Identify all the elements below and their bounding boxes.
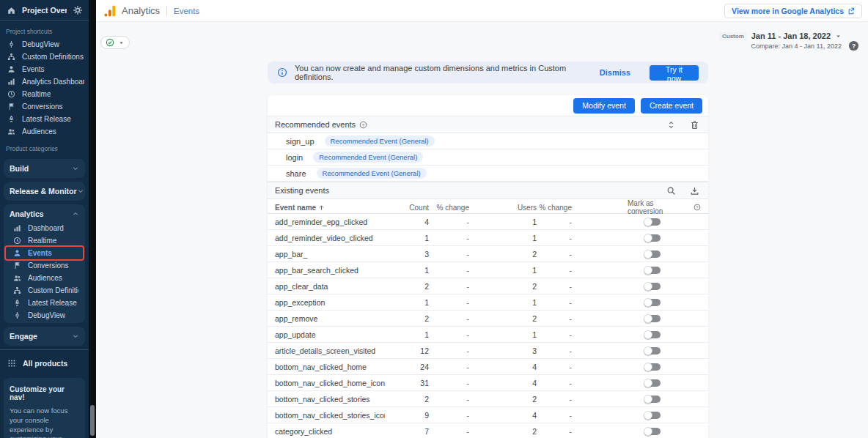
recommended-event-name[interactable]: login [286,153,303,162]
events-icon [7,65,15,73]
engage-section-header[interactable]: Engage [4,328,85,344]
count-cell: 1 [385,266,429,275]
dismiss-button[interactable]: Dismiss [600,68,630,77]
mark-as-conversion-toggle[interactable] [644,411,661,420]
mark-as-conversion-toggle[interactable] [644,266,661,275]
sidebar-analytics-item[interactable]: Dashboard [6,222,83,234]
conversions-icon [13,261,21,270]
column-users[interactable]: Users [469,204,537,212]
sidebar-analytics-item[interactable]: Conversions [6,259,83,272]
mark-as-conversion-toggle[interactable] [644,314,661,323]
check-circle-icon [106,38,114,47]
create-event-button[interactable]: Create event [641,98,702,114]
column-event-name[interactable]: Event name [275,204,385,212]
recommended-event-row: sign_up Recommended Event (General) [268,133,708,149]
column-count[interactable]: Count [385,204,429,212]
recommended-event-badge: Recommended Event (General) [313,152,423,163]
trash-icon[interactable] [690,120,699,130]
column-users-change[interactable]: % change [537,204,572,212]
sidebar-shortcut-item[interactable]: DebugView [0,38,89,51]
event-name-cell[interactable]: bottom_nav_clicked_home_icon [275,379,385,387]
sidebar-shortcut-item[interactable]: Analytics Dashboard [0,75,89,88]
event-name-cell[interactable]: app_update [275,330,385,339]
filter-chip[interactable] [100,36,130,49]
mark-as-conversion-toggle[interactable] [644,250,661,259]
mark-as-conversion-toggle[interactable] [644,363,661,371]
event-name-cell[interactable]: bottom_nav_clicked_home [275,363,385,371]
build-section-header[interactable]: Build [4,160,85,177]
project-overview-link[interactable]: Project Overview [22,6,67,15]
change-cell: - [429,314,469,323]
sidebar-shortcut-item[interactable]: Custom Definitions [0,51,89,63]
event-name-cell[interactable]: app_clear_data [275,282,385,291]
breadcrumb-divider [166,6,167,16]
mark-as-conversion-toggle[interactable] [644,395,661,404]
table-row: article_details_screen_visited 12 - 3 - [268,343,708,359]
sidebar-analytics-item[interactable]: Latest Release [6,297,83,309]
gear-icon[interactable] [73,5,83,15]
event-name-cell[interactable]: add_reminder_epg_clicked [275,218,385,226]
sidebar-shortcut-item[interactable]: Latest Release [0,113,89,125]
mark-as-conversion-toggle[interactable] [644,282,661,291]
event-name-cell[interactable]: app_exception [275,298,385,307]
try-it-now-button[interactable]: Try it now [650,65,699,81]
custom-definitions-icon [7,53,15,61]
mark-as-conversion-toggle[interactable] [644,298,661,307]
sidebar-shortcut-item[interactable]: Events [0,63,89,75]
mark-as-conversion-toggle[interactable] [644,218,661,226]
project-overview-row[interactable]: Project Overview [0,0,89,20]
users-change-cell: - [537,427,572,436]
sidebar-analytics-item[interactable]: Realtime [6,234,83,247]
event-name-cell[interactable]: add_reminder_video_clicked [275,234,385,242]
sidebar-analytics-item[interactable]: DebugView [6,309,83,322]
analytics-dashboard-icon [7,78,15,86]
events-card: Modify event Create event Recommended ev… [268,95,708,438]
search-icon[interactable] [666,186,676,196]
mark-as-conversion-toggle[interactable] [644,427,661,436]
sidebar-shortcut-item[interactable]: Audiences [0,125,89,138]
customize-nav-card: Customize your nav! You can now focus yo… [4,378,85,438]
recommended-event-name[interactable]: share [286,169,306,178]
event-name-cell[interactable]: bottom_nav_clicked_stories_icon [275,411,385,420]
all-products-grid-icon [7,359,16,368]
event-name-cell[interactable]: article_details_screen_visited [275,346,385,355]
chevron-down-icon [72,165,79,172]
event-name-cell[interactable]: app_bar_ [275,250,385,259]
users-cell: 2 [469,314,537,323]
analytics-section-header[interactable]: Analytics [4,206,85,222]
event-name-cell[interactable]: category_clicked [275,427,385,436]
sidebar-scrollbar-thumb[interactable] [90,405,95,436]
count-cell: 2 [385,314,429,323]
modify-event-button[interactable]: Modify event [573,98,635,114]
all-products-link[interactable]: All products [0,356,89,371]
event-name-cell[interactable]: app_remove [275,314,385,323]
question-circle-icon[interactable]: ? [359,121,367,129]
mark-as-conversion-toggle[interactable] [644,379,661,387]
sidebar-shortcut-item[interactable]: Conversions [0,100,89,113]
event-name-cell[interactable]: app_bar_search_clicked [275,266,385,275]
sidebar-scrollbar[interactable] [89,0,96,438]
sort-icon[interactable] [666,120,676,130]
mark-as-conversion-toggle[interactable] [644,346,661,355]
mark-as-conversion-toggle[interactable] [644,234,661,242]
date-range-text: Jan 11 - Jan 18, 2022 [751,31,831,40]
event-name-cell[interactable]: bottom_nav_clicked_stories [275,395,385,404]
recommended-event-name[interactable]: sign_up [286,137,315,146]
events-icon [13,249,21,257]
sidebar-analytics-item[interactable]: Events [6,247,83,259]
column-change[interactable]: % change [429,204,469,212]
question-circle-icon[interactable]: ? [694,204,701,211]
sidebar-analytics-item[interactable]: Custom Definitions [6,284,83,297]
mark-as-conversion-toggle[interactable] [644,330,661,339]
table-row: app_exception 1 - 1 - [268,294,708,311]
sidebar-shortcut-item[interactable]: Realtime [0,88,89,100]
help-icon[interactable]: ? [848,40,859,51]
chevron-down-icon [77,188,84,195]
page-title[interactable]: Events [174,7,199,15]
sidebar-analytics-item[interactable]: Audiences [6,272,83,284]
table-row: add_reminder_epg_clicked 4 - 1 - [268,214,708,230]
download-icon[interactable] [690,186,699,196]
date-range-picker[interactable]: Custom Jan 11 - Jan 18, 2022 Compare: Ja… [719,31,842,50]
release-monitor-section-header[interactable]: Release & Monitor [4,183,85,199]
view-more-in-google-analytics-button[interactable]: View more in Google Analytics [724,4,862,18]
